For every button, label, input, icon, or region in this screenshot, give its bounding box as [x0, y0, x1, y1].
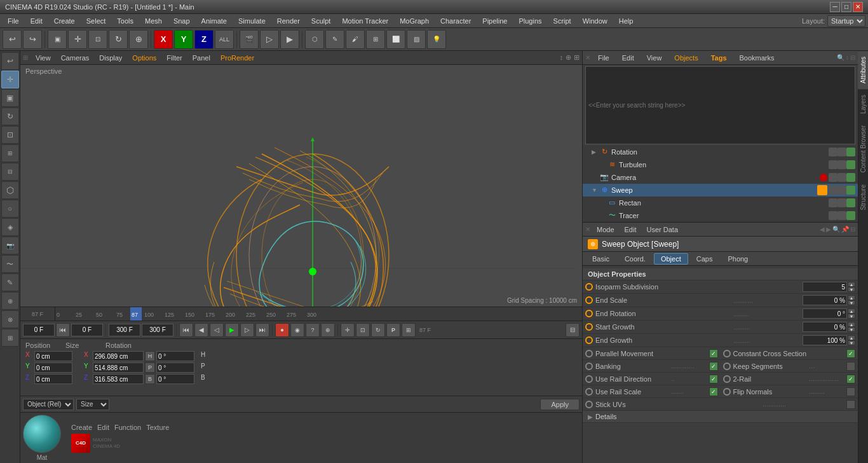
turbulence-vis[interactable] — [829, 160, 837, 169]
record-button[interactable]: ● — [275, 323, 289, 337]
om-icon2[interactable]: ⊟ — [850, 54, 855, 61]
viewport-icon3[interactable]: ⊞ — [574, 53, 580, 62]
paint-button[interactable]: 🖌 — [346, 30, 365, 49]
menu-mesh[interactable]: Mesh — [140, 16, 167, 26]
startgrowth-down[interactable]: ▼ — [848, 327, 855, 332]
viewport[interactable]: Perspective Grid Spacing : 10000 cm — [20, 65, 582, 307]
viewport-menu-filter[interactable]: Filter — [164, 54, 184, 62]
terrain-button[interactable]: ▨ — [407, 30, 426, 49]
maximize-button[interactable]: □ — [841, 2, 851, 12]
object-item-rectangle[interactable]: ▭ Rectan — [583, 197, 858, 209]
rot-p-input[interactable] — [156, 363, 194, 373]
render-button[interactable]: ▶ — [280, 30, 299, 49]
record-options-button[interactable]: ◉ — [290, 323, 304, 337]
sweep-render[interactable] — [837, 186, 846, 195]
sidebar-xref-icon[interactable]: ⊗ — [1, 310, 19, 328]
attr-subtab-phong[interactable]: Phong — [721, 253, 755, 265]
size-z-input[interactable] — [93, 374, 144, 384]
sidebar-tool2-icon[interactable]: ⊟ — [1, 163, 19, 181]
menu-sculpt[interactable]: Sculpt — [306, 16, 336, 26]
endscale-up[interactable]: ▲ — [848, 295, 855, 300]
menu-snap[interactable]: Snap — [168, 16, 195, 26]
all-axis-button[interactable]: ALL — [215, 30, 234, 49]
vtab-content-browser[interactable]: Content Browser — [858, 120, 868, 178]
redo-button[interactable]: ↪ — [23, 30, 42, 49]
attr-tab-mode[interactable]: Mode — [593, 225, 618, 235]
end-frame-input[interactable] — [109, 324, 140, 336]
menu-window[interactable]: Window — [578, 16, 613, 26]
keepseg-checkbox[interactable] — [846, 362, 855, 371]
constant-checkbox[interactable]: ✓ — [846, 349, 855, 358]
attr-menu-icon[interactable]: ⊟ — [850, 226, 855, 233]
object-item-camera[interactable]: 📷 Camera — [583, 171, 858, 184]
motion-system-button[interactable]: ⊕ — [321, 323, 335, 337]
menu-edit[interactable]: Edit — [25, 16, 48, 26]
apply-button[interactable]: Apply — [540, 399, 580, 410]
start-frame-input[interactable] — [71, 324, 103, 336]
viewport-menu-cameras[interactable]: Cameras — [58, 54, 92, 62]
sweep-material-badge[interactable] — [817, 185, 827, 195]
coord-mode-select[interactable]: Object (Rel) World — [23, 399, 74, 410]
object-item-tracer[interactable]: 〜 Tracer — [583, 209, 858, 222]
next-frame-button[interactable]: ▷ — [240, 323, 254, 337]
raildir-checkbox[interactable]: ✓ — [709, 375, 718, 384]
sweep-arrow[interactable]: ▼ — [592, 187, 599, 193]
rotate-tool-button[interactable]: ↻ — [109, 30, 128, 49]
size-mode-select[interactable]: Size Scale — [76, 399, 109, 410]
transform-tool-button[interactable]: ⊕ — [129, 30, 148, 49]
banking-checkbox[interactable]: ✓ — [709, 362, 718, 371]
om-tab-bookmarks[interactable]: Bookmarks — [735, 53, 780, 63]
particles-button[interactable]: ⊞ — [366, 30, 385, 49]
vtab-layers[interactable]: Layers — [858, 89, 868, 120]
sidebar-undo-icon[interactable]: ↩ — [1, 52, 19, 70]
sweep-enable[interactable] — [846, 186, 855, 195]
2rail-checkbox[interactable]: ✓ — [846, 375, 855, 384]
size-x-up[interactable]: H — [145, 351, 155, 361]
object-item-turbulence[interactable]: ≋ Turbulen — [583, 158, 858, 171]
menu-tools[interactable]: Tools — [112, 16, 139, 26]
om-tab-objects[interactable]: Objects — [669, 53, 703, 63]
stickuvs-checkbox[interactable] — [846, 400, 855, 409]
turbulence-render[interactable] — [837, 160, 846, 169]
tracer-vis[interactable] — [829, 211, 837, 220]
turbulence-enable[interactable] — [846, 160, 855, 169]
perspective-button[interactable]: ⬡ — [305, 30, 324, 49]
display-button[interactable]: ⬜ — [386, 30, 405, 49]
om-tab-view[interactable]: View — [642, 53, 667, 63]
sidebar-move-icon[interactable]: ✛ — [1, 71, 19, 88]
endrotation-value[interactable] — [803, 308, 847, 319]
position-y-input[interactable] — [34, 363, 72, 373]
sidebar-light-icon[interactable]: ◈ — [1, 218, 19, 236]
object-item-rotation[interactable]: ▶ ↻ Rotation — [583, 146, 858, 158]
endscale-value[interactable] — [803, 295, 847, 305]
move-key-button[interactable]: ✛ — [341, 323, 355, 337]
camera-enable[interactable] — [846, 173, 855, 182]
current-frame-input[interactable] — [23, 324, 55, 336]
timeline-ruler[interactable]: 0 25 50 75 87 100 125 150 175 200 225 25… — [55, 307, 582, 321]
prev-play-button[interactable]: ◁ — [210, 323, 224, 337]
endgrowth-down[interactable]: ▼ — [848, 340, 855, 345]
menu-render[interactable]: Render — [272, 16, 305, 26]
size-y-up[interactable]: P — [145, 363, 155, 373]
viewport-icon2[interactable]: ⊕ — [566, 53, 571, 62]
viewport-menu-options[interactable]: Options — [130, 54, 159, 62]
rect-render[interactable] — [837, 198, 846, 207]
menu-motion-tracker[interactable]: Motion Tracker — [337, 16, 393, 26]
scale-tool-button[interactable]: ⊡ — [88, 30, 107, 49]
menu-select[interactable]: Select — [81, 16, 111, 26]
attr-tab-userdata[interactable]: User Data — [643, 225, 682, 235]
menu-mograph[interactable]: MoGraph — [395, 16, 434, 26]
attr-subtab-caps[interactable]: Caps — [689, 253, 720, 265]
startgrowth-value[interactable] — [803, 322, 847, 332]
vtab-attributes[interactable]: Attributes — [858, 51, 868, 89]
menu-help[interactable]: Help — [614, 16, 639, 26]
menu-character[interactable]: Character — [435, 16, 476, 26]
isoparm-up[interactable]: ▲ — [848, 282, 855, 287]
attr-pin-icon[interactable]: 📌 — [841, 226, 849, 233]
details-section[interactable]: ▶ Details — [583, 411, 858, 423]
sidebar-rotate-icon[interactable]: ↻ — [1, 107, 19, 125]
vtab-structure[interactable]: Structure — [858, 179, 868, 216]
viewport-menu-display[interactable]: Display — [97, 54, 125, 62]
sidebar-camera-icon[interactable]: 📷 — [1, 237, 19, 254]
material-tab-texture[interactable]: Texture — [146, 424, 169, 431]
